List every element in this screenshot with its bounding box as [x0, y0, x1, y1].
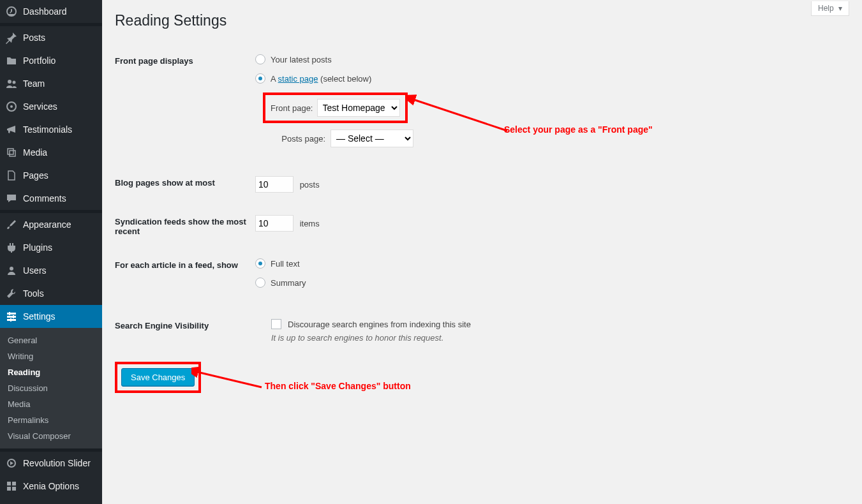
- menu-label: Plugins: [23, 242, 52, 253]
- front-page-sublabel: Front page:: [271, 103, 313, 113]
- revslider-icon: [5, 457, 18, 470]
- menu-portfolio[interactable]: Portfolio: [0, 49, 102, 72]
- posts-page-sublabel: Posts page:: [268, 134, 325, 144]
- submenu-media[interactable]: Media: [0, 396, 102, 412]
- submenu-reading[interactable]: Reading: [0, 364, 102, 380]
- menu-label: Revolution Slider: [23, 458, 91, 468]
- services-icon: [5, 100, 18, 113]
- menu-revslider[interactable]: Revolution Slider: [0, 452, 102, 475]
- settings-submenu: General Writing Reading Discussion Media…: [0, 328, 102, 448]
- xenia-icon: [5, 480, 18, 493]
- radio-icon: [255, 54, 265, 64]
- plugin-icon: [5, 241, 18, 254]
- radio-full-text[interactable]: Full text: [255, 258, 849, 269]
- svg-point-4: [10, 267, 13, 271]
- submenu-visual-composer[interactable]: Visual Composer: [0, 428, 102, 444]
- menu-label: Testimonials: [23, 124, 72, 135]
- pin-icon: [5, 31, 18, 44]
- svg-rect-9: [13, 315, 14, 318]
- comments-icon: [5, 192, 18, 205]
- label-blog-pages: Blog pages show at most: [115, 176, 255, 188]
- front-page-select[interactable]: Test Homepage: [317, 99, 400, 117]
- svg-rect-6: [7, 316, 16, 318]
- megaphone-icon: [5, 123, 18, 136]
- radio-label: Your latest posts: [271, 55, 332, 64]
- menu-testimonials[interactable]: Testimonials: [0, 118, 102, 141]
- annotation-highlight-save: Save Changes: [115, 362, 201, 393]
- menu-label: Media: [23, 147, 47, 158]
- submenu-general[interactable]: General: [0, 332, 102, 348]
- menu-settings[interactable]: Settings: [0, 305, 102, 328]
- chevron-down-icon: ▾: [838, 4, 842, 13]
- menu-plugins[interactable]: Plugins: [0, 236, 102, 259]
- svg-rect-14: [7, 487, 11, 491]
- menu-dashboard[interactable]: Dashboard: [0, 0, 102, 23]
- label-article-feed: For each article in a feed, show: [115, 258, 255, 270]
- menu-users[interactable]: Users: [0, 259, 102, 282]
- tools-icon: [5, 287, 18, 300]
- annotation-text-save: Then click "Save Changes" button: [265, 381, 411, 391]
- unit-text: posts: [300, 180, 320, 189]
- menu-label: Dashboard: [23, 6, 67, 17]
- svg-rect-12: [7, 482, 11, 485]
- svg-point-3: [10, 105, 13, 108]
- menu-appearance[interactable]: Appearance: [0, 213, 102, 236]
- dashboard-icon: [5, 5, 18, 18]
- syndication-input[interactable]: [255, 215, 294, 232]
- menu-label: Comments: [23, 193, 66, 204]
- svg-rect-8: [9, 312, 10, 315]
- menu-team[interactable]: Team: [0, 72, 102, 95]
- menu-label: Appearance: [23, 219, 71, 230]
- menu-media[interactable]: Media: [0, 141, 102, 164]
- label-syndication: Syndication feeds show the most recent: [115, 215, 255, 236]
- radio-label: Summary: [271, 278, 306, 288]
- menu-services[interactable]: Services: [0, 95, 102, 118]
- svg-rect-13: [12, 482, 16, 485]
- menu-pages[interactable]: Pages: [0, 164, 102, 187]
- svg-line-17: [195, 371, 262, 387]
- main-content: Help ▾ Reading Settings Front page displ…: [102, 0, 862, 504]
- text: A: [271, 74, 278, 84]
- menu-xenia[interactable]: Xenia Options: [0, 475, 102, 498]
- save-changes-button[interactable]: Save Changes: [121, 368, 195, 387]
- unit-text: items: [300, 219, 320, 228]
- checkbox-icon: [271, 319, 281, 329]
- menu-tools[interactable]: Tools: [0, 282, 102, 305]
- menu-comments[interactable]: Comments: [0, 187, 102, 210]
- help-label: Help: [818, 4, 834, 13]
- admin-sidebar: Dashboard Posts Portfolio Team Services …: [0, 0, 102, 504]
- menu-label: Settings: [23, 311, 56, 322]
- static-page-link[interactable]: static page: [278, 74, 318, 84]
- annotation-arrow: [191, 362, 268, 394]
- submenu-writing[interactable]: Writing: [0, 348, 102, 364]
- checkbox-label: Discourage search engines from indexing …: [288, 320, 471, 329]
- discourage-checkbox-row[interactable]: Discourage search engines from indexing …: [271, 319, 849, 329]
- page-title: Reading Settings: [115, 6, 849, 32]
- menu-label: Tools: [23, 288, 44, 299]
- text: (select below): [318, 74, 371, 84]
- radio-icon: [255, 258, 265, 269]
- menu-label: Pages: [23, 170, 48, 181]
- help-tab[interactable]: Help ▾: [811, 1, 849, 16]
- posts-page-select[interactable]: — Select —: [331, 130, 413, 147]
- label-search-visibility: Search Engine Visibility: [115, 319, 255, 330]
- menu-label: Portfolio: [23, 56, 56, 66]
- submenu-permalinks[interactable]: Permalinks: [0, 412, 102, 428]
- menu-posts[interactable]: Posts: [0, 26, 102, 49]
- radio-static-page[interactable]: A static page (select below): [255, 73, 849, 84]
- media-icon: [5, 146, 18, 159]
- annotation-text-select: Select your page as a "Front page": [504, 124, 653, 135]
- settings-icon: [5, 310, 18, 323]
- pages-icon: [5, 169, 18, 182]
- svg-rect-10: [10, 318, 11, 322]
- radio-summary[interactable]: Summary: [255, 278, 849, 288]
- portfolio-icon: [5, 54, 18, 67]
- annotation-highlight-front-page: Front page: Test Homepage: [263, 93, 408, 123]
- submenu-discussion[interactable]: Discussion: [0, 380, 102, 396]
- menu-label: Team: [23, 78, 45, 89]
- blog-pages-input[interactable]: [255, 176, 294, 193]
- users-icon: [5, 264, 18, 277]
- svg-rect-5: [7, 313, 16, 315]
- radio-latest-posts[interactable]: Your latest posts: [255, 54, 849, 64]
- menu-label: Services: [23, 101, 57, 112]
